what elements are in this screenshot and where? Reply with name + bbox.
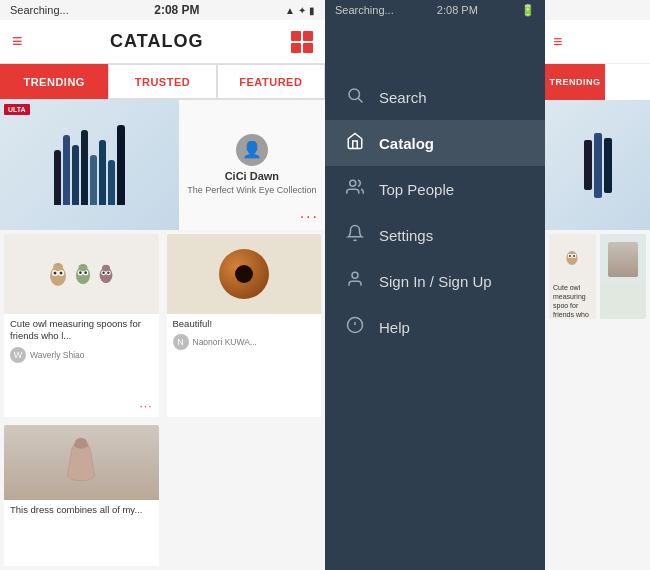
- peek-card-owls: Cute owl measuring spoo for friends who …: [549, 234, 596, 319]
- banner-user-name: CiCi Dawn: [225, 170, 279, 182]
- product-grid: Cute owl measuring spoons for friends wh…: [0, 230, 325, 570]
- left-panel: Searching... 2:08 PM ▲ ✦ ▮ ≡ CATALOG TRE…: [0, 0, 325, 570]
- hamburger-icon[interactable]: ≡: [12, 31, 23, 52]
- tab-featured[interactable]: FEATURED: [217, 64, 325, 99]
- drawer-item-settings[interactable]: Settings: [325, 212, 545, 258]
- owl-icon-3: [98, 264, 114, 284]
- peek-product-grid: Cute owl measuring spoo for friends who …: [545, 230, 650, 570]
- drawer-label-help: Help: [379, 319, 410, 336]
- drawer-label-search: Search: [379, 89, 427, 106]
- left-status-battery: ▲ ✦ ▮: [285, 5, 315, 16]
- product-user-owls: W Waverly Shiao: [10, 347, 153, 367]
- owl-icon-1: [48, 262, 68, 287]
- user-name-waverly: Waverly Shiao: [30, 350, 84, 360]
- people-icon: [345, 178, 365, 200]
- peek-tab-label: TRENDING: [550, 77, 601, 87]
- left-status-bar: Searching... 2:08 PM ▲ ✦ ▮: [0, 0, 325, 20]
- left-status-time: 2:08 PM: [154, 3, 199, 17]
- drawer-item-signin[interactable]: Sign In / Sign Up: [325, 258, 545, 304]
- banner-avatar: 👤: [236, 134, 268, 166]
- peek-hamburger-icon: ≡: [553, 33, 562, 51]
- peek-owl-icon: [565, 248, 579, 266]
- peek-tab-trending: TRENDING: [545, 64, 605, 100]
- svg-point-16: [103, 272, 105, 274]
- svg-point-4: [60, 271, 63, 274]
- user-name-naonori: Naonori KUWA...: [193, 337, 257, 347]
- card-more-dots-1[interactable]: ···: [139, 399, 152, 413]
- peek-card-2: [600, 234, 647, 319]
- drawer-status-time: 2:08 PM: [437, 4, 478, 16]
- svg-point-3: [54, 271, 57, 274]
- svg-line-20: [358, 98, 362, 102]
- drawer-status-signal: Searching...: [335, 4, 394, 16]
- grid-view-icon[interactable]: [291, 31, 313, 53]
- right-panel: Searching... 2:08 PM 🔋 Search: [325, 0, 650, 570]
- dress-illustration: [61, 435, 101, 490]
- product-info-speaker: Beautiful! N Naonori KUWA...: [167, 314, 322, 358]
- product-card-speaker[interactable]: Beautiful! N Naonori KUWA...: [167, 234, 322, 417]
- owl-icon-2: [74, 263, 92, 285]
- drawer-item-search[interactable]: Search: [325, 74, 545, 120]
- tab-trusted[interactable]: TRUSTED: [108, 64, 216, 99]
- product-title-dress: This dress combines all of my...: [10, 504, 153, 516]
- app-peek-panel: ≡ TRENDING: [545, 0, 650, 570]
- bluetooth-icon: ✦: [298, 5, 306, 16]
- user-avatar-naonori: N: [173, 334, 189, 350]
- product-info-dress: This dress combines all of my...: [4, 500, 159, 520]
- drawer-menu: Search Catalog: [325, 64, 545, 570]
- battery-icon: ▮: [309, 5, 315, 16]
- left-status-signal: Searching...: [10, 4, 69, 16]
- info-icon: [345, 316, 365, 338]
- bell-icon: [345, 224, 365, 246]
- featured-banner: ULTA 👤 CiCi Dawn The Perfect Wink Eye Co…: [0, 100, 325, 230]
- drawer-label-top-people: Top People: [379, 181, 454, 198]
- product-card-dress[interactable]: This dress combines all of my...: [4, 425, 159, 566]
- svg-point-30: [573, 254, 575, 256]
- banner-more-dots[interactable]: ···: [300, 208, 319, 226]
- drawer-label-catalog: Catalog: [379, 135, 434, 152]
- peek-header: ≡: [545, 20, 650, 64]
- svg-point-26: [567, 251, 578, 265]
- drawer-item-top-people[interactable]: Top People: [325, 166, 545, 212]
- peek-banner: [545, 100, 650, 230]
- svg-point-12: [79, 264, 88, 271]
- tab-trending[interactable]: TRENDING: [0, 64, 108, 99]
- svg-point-10: [79, 271, 82, 274]
- app-title: CATALOG: [110, 31, 203, 52]
- product-info-owls: Cute owl measuring spoons for friends wh…: [4, 314, 159, 371]
- drawer-item-help[interactable]: Help: [325, 304, 545, 350]
- svg-point-11: [85, 271, 88, 274]
- drawer-item-catalog[interactable]: Catalog: [325, 120, 545, 166]
- svg-point-19: [349, 89, 360, 100]
- svg-point-22: [352, 272, 358, 278]
- peek-tab-bar: TRENDING: [545, 64, 650, 100]
- peek-card-owls-text: Cute owl measuring spoo for friends who …: [549, 279, 596, 319]
- banner-image: ULTA: [0, 100, 179, 230]
- drawer-label-signin: Sign In / Sign Up: [379, 273, 492, 290]
- left-app-header: ≡ CATALOG: [0, 20, 325, 64]
- product-card-owls[interactable]: Cute owl measuring spoons for friends wh…: [4, 234, 159, 417]
- drawer-status-battery: 🔋: [521, 4, 535, 17]
- product-title-owls: Cute owl measuring spoons for friends wh…: [10, 318, 153, 343]
- drawer-label-settings: Settings: [379, 227, 433, 244]
- wifi-icon: ▲: [285, 5, 295, 16]
- banner-description: The Perfect Wink Eye Collection: [187, 185, 316, 197]
- product-image-speaker: [167, 234, 322, 314]
- user-avatar-waverly: W: [10, 347, 26, 363]
- tab-bar: TRENDING TRUSTED FEATURED: [0, 64, 325, 100]
- person-icon: [345, 270, 365, 292]
- product-image-owls: [4, 234, 159, 314]
- svg-point-18: [102, 265, 110, 271]
- product-user-speaker: N Naonori KUWA...: [173, 334, 316, 354]
- svg-point-17: [107, 272, 109, 274]
- navigation-drawer: Searching... 2:08 PM 🔋 Search: [325, 0, 545, 570]
- product-image-dress: [4, 425, 159, 500]
- peek-status-bar: [545, 0, 650, 20]
- product-title-speaker: Beautiful!: [173, 318, 316, 330]
- search-icon: [345, 86, 365, 108]
- drawer-status-bar: Searching... 2:08 PM 🔋: [325, 0, 545, 20]
- svg-point-29: [569, 254, 571, 256]
- home-icon: [345, 132, 365, 154]
- svg-point-21: [350, 180, 356, 186]
